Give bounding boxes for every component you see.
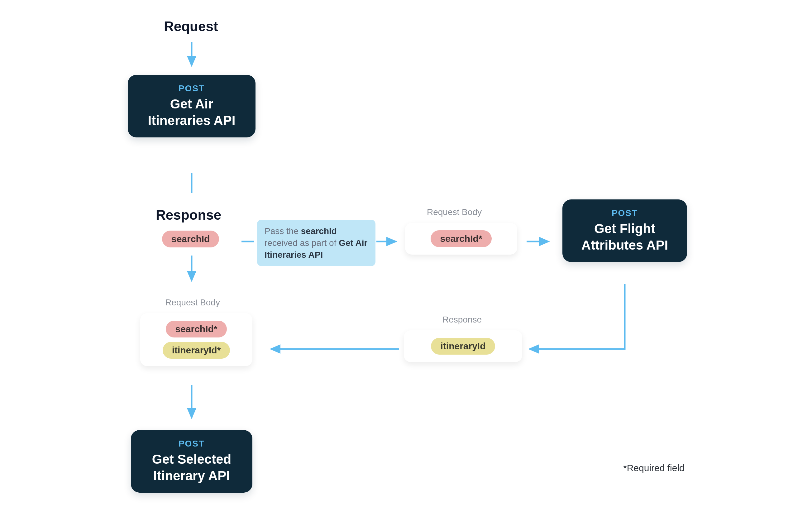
itineraryid-required-pill: itineraryId* — [163, 342, 230, 359]
response-label: Response — [156, 207, 221, 223]
api-title-line2: Attributes API — [574, 237, 676, 254]
searchid-required-pill-1: searchId* — [431, 230, 491, 247]
info-bold1: searchId — [301, 226, 337, 236]
request-body-card-2: searchId* itineraryId* — [140, 313, 252, 366]
response-label-2: Response — [443, 315, 482, 325]
arrows-layer — [0, 0, 812, 526]
api-card-selected-itinerary: POST Get Selected Itinerary API — [131, 430, 252, 493]
api-title-line1: Get Air — [139, 96, 244, 113]
searchid-pill: searchId — [162, 231, 219, 247]
api-title-line2: Itinerary API — [142, 468, 241, 484]
api-card-air-itineraries: POST Get Air Itineraries API — [128, 75, 256, 137]
searchid-required-pill-2: searchId* — [166, 321, 227, 337]
request-label: Request — [164, 19, 218, 34]
http-method-label: POST — [142, 439, 241, 449]
itineraryid-pill: itineraryId — [431, 338, 495, 355]
api-title-line1: Get Selected — [142, 451, 241, 468]
http-method-label: POST — [574, 208, 676, 218]
request-body-card-1: searchId* — [405, 223, 517, 254]
request-body-label-1: Request Body — [427, 207, 482, 217]
api-title-line1: Get Flight — [574, 221, 676, 237]
api-card-flight-attributes: POST Get Flight Attributes API — [562, 200, 687, 262]
response-card-itineraryid: itineraryId — [404, 330, 522, 362]
info-box: Pass the searchId received as part of Ge… — [257, 220, 375, 266]
api-title-line2: Itineraries API — [139, 113, 244, 129]
info-pre: Pass the — [264, 226, 301, 236]
diagram-canvas: Request POST Get Air Itineraries API Res… — [0, 0, 812, 526]
http-method-label: POST — [139, 84, 244, 93]
required-field-footnote: *Required field — [623, 463, 684, 473]
request-body-label-2: Request Body — [165, 297, 220, 308]
info-mid: received as part of — [264, 238, 339, 248]
